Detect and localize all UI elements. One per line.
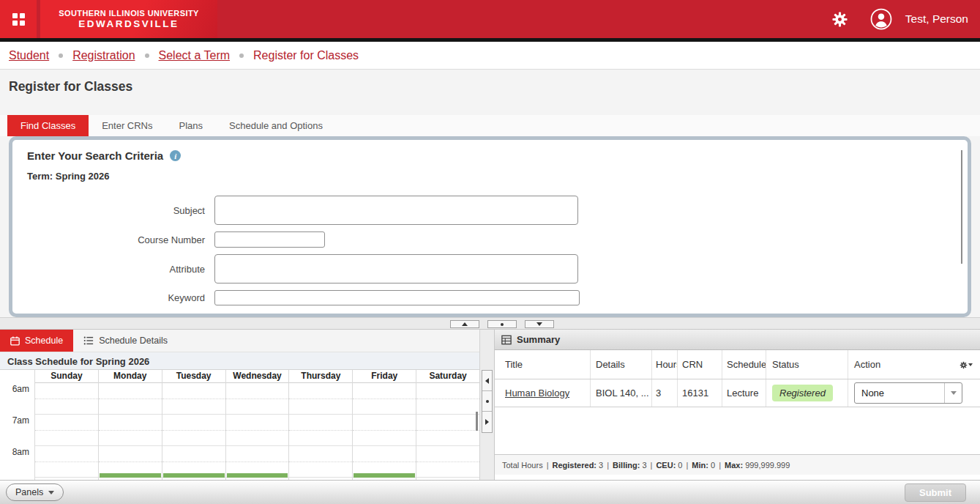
class-event-bar: [100, 473, 161, 478]
action-select-caret[interactable]: [944, 383, 962, 403]
summary-table-header: Title Details Hours CRN Schedule Status …: [495, 350, 980, 379]
keyword-input[interactable]: [214, 290, 580, 305]
day-header: Tuesday: [162, 370, 225, 383]
course-title-link[interactable]: Human Biology: [505, 388, 569, 399]
university-logo[interactable]: SOUTHERN ILLINOIS UNIVERSITY EDWARDSVILL…: [40, 0, 217, 38]
subject-input[interactable]: [214, 196, 578, 225]
main-menu-button[interactable]: [0, 0, 37, 38]
weekly-calendar: 6am 7am 8am Sunday Monday Tuesday: [0, 370, 479, 480]
list-icon: [83, 336, 94, 346]
calendar-column-sunday: Sunday: [34, 370, 98, 480]
class-event-bar: [354, 473, 415, 478]
user-name[interactable]: Test, Person: [905, 12, 968, 26]
submit-button[interactable]: Submit: [905, 483, 966, 502]
total-hours-label: Total Hours: [502, 461, 543, 470]
arrow-left-icon: [485, 378, 489, 384]
tab-schedule-label: Schedule: [25, 336, 63, 346]
panels-button[interactable]: Panels: [6, 483, 64, 501]
min-label: Min:: [692, 461, 708, 470]
summary-settings-gear-icon[interactable]: [960, 358, 973, 371]
search-panel-scrollbar[interactable]: [961, 150, 962, 264]
calendar-column-monday: Monday: [98, 370, 162, 480]
col-status: Status: [766, 350, 848, 379]
breadcrumb-separator: [239, 53, 244, 58]
min-value: 0: [711, 461, 715, 470]
calendar-column-saturday: Saturday: [416, 370, 479, 480]
course-number-label: Course Number: [27, 234, 214, 245]
summary-row-human-biology: Human Biology BIOL 140, ... 3 16131 Lect…: [495, 379, 980, 407]
logo-line1: SOUTHERN ILLINOIS UNIVERSITY: [59, 9, 199, 18]
tab-schedule[interactable]: Schedule: [0, 330, 73, 352]
tab-enter-crns[interactable]: Enter CRNs: [89, 115, 165, 136]
class-event-bar: [163, 473, 225, 478]
chevron-down-icon: [48, 491, 54, 494]
attribute-input[interactable]: [214, 254, 578, 284]
summary-table: Title Details Hours CRN Schedule Status …: [495, 350, 980, 407]
max-label: Max:: [725, 461, 743, 470]
expand-down-button[interactable]: [525, 320, 554, 328]
breadcrumb-link-student[interactable]: Student: [9, 49, 49, 62]
action-bar: Panels Submit: [0, 480, 980, 504]
reset-vsplit-button[interactable]: [482, 391, 492, 412]
search-criteria-panel: Enter Your Search Criteria i Term: Sprin…: [9, 136, 971, 317]
expand-left-button[interactable]: [482, 371, 492, 391]
calendar-column-friday: Friday: [352, 370, 416, 480]
col-title: Title: [495, 350, 591, 379]
summary-table-icon: [501, 335, 512, 345]
col-crn: CRN: [678, 350, 722, 379]
calendar-column-thursday: Thursday: [288, 370, 352, 480]
registered-label: Registered:: [553, 461, 597, 470]
schedule-panel-scrollbar[interactable]: [476, 412, 478, 431]
day-header: Wednesday: [226, 370, 289, 383]
ceu-value: 0: [678, 461, 682, 470]
panel-divider-vertical[interactable]: [479, 330, 495, 480]
grid-menu-icon: [12, 13, 25, 26]
info-icon[interactable]: i: [170, 150, 181, 161]
course-schedule-type: Lecture: [722, 379, 766, 407]
action-select[interactable]: None: [854, 382, 962, 404]
max-value: 999,999.999: [745, 461, 790, 470]
registered-value: 3: [599, 461, 603, 470]
billing-value: 3: [642, 461, 646, 470]
course-number-input[interactable]: [214, 231, 325, 248]
status-badge: Registered: [772, 385, 833, 401]
dot-icon: [486, 400, 489, 403]
breadcrumb-current: Register for Classes: [253, 49, 359, 62]
breadcrumb: Student Registration Select a Term Regis…: [0, 42, 980, 70]
breadcrumb-link-registration[interactable]: Registration: [72, 49, 135, 62]
schedule-tabs: Schedule Schedule Details: [0, 330, 479, 352]
time-column: 6am 7am 8am: [0, 370, 34, 480]
panels-button-label: Panels: [15, 487, 43, 497]
day-header: Sunday: [35, 370, 98, 383]
chevron-down-icon: [951, 391, 957, 395]
search-criteria-heading: Enter Your Search Criteria: [27, 149, 163, 162]
schedule-panel: Schedule Schedule Details Class Schedule…: [0, 330, 479, 480]
time-label: 6am: [0, 383, 34, 415]
breadcrumb-link-select-a-term[interactable]: Select a Term: [159, 49, 231, 62]
user-avatar-icon[interactable]: [870, 8, 892, 30]
expand-right-button[interactable]: [482, 412, 492, 432]
arrow-down-icon: [536, 322, 542, 326]
course-crn: 16131: [678, 379, 722, 407]
settings-gear-icon[interactable]: [831, 11, 848, 28]
reset-split-button[interactable]: [487, 320, 517, 328]
action-select-value: None: [855, 388, 944, 399]
class-event-bar: [227, 473, 288, 478]
expand-up-button[interactable]: [450, 320, 479, 328]
summary-header: Summary: [495, 330, 980, 350]
day-header: Thursday: [289, 370, 352, 383]
tab-plans[interactable]: Plans: [166, 115, 217, 136]
tab-schedule-and-options[interactable]: Schedule and Options: [216, 115, 336, 136]
calendar-icon: [10, 336, 20, 346]
bottom-panels: Schedule Schedule Details Class Schedule…: [0, 330, 980, 480]
arrow-up-icon: [462, 322, 468, 326]
breadcrumb-separator: [59, 53, 63, 58]
day-header: Saturday: [416, 370, 479, 383]
app-header: SOUTHERN ILLINOIS UNIVERSITY EDWARDSVILL…: [0, 0, 980, 38]
tab-find-classes[interactable]: Find Classes: [7, 115, 89, 136]
time-label: 8am: [0, 446, 34, 478]
keyword-label: Keyword: [27, 292, 214, 303]
subject-label: Subject: [27, 205, 214, 216]
tab-schedule-details[interactable]: Schedule Details: [73, 330, 178, 352]
logo-line2: EDWARDSVILLE: [78, 18, 179, 29]
